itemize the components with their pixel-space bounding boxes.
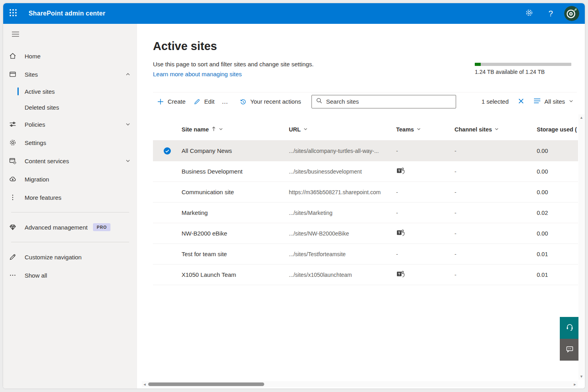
teams-cell: -: [396, 210, 455, 216]
more-commands-button[interactable]: …: [219, 95, 232, 108]
search-input[interactable]: [326, 98, 452, 105]
table-row[interactable]: Test for team site .../sites/Testforteam…: [153, 244, 578, 265]
create-label: Create: [168, 98, 186, 105]
sidebar-item-more-features[interactable]: More features: [3, 188, 137, 207]
account-avatar[interactable]: [564, 6, 579, 21]
app-title: SharePoint admin center: [29, 10, 105, 17]
more-commands-icon: …: [222, 98, 228, 105]
storage-bar-fill: [475, 63, 481, 66]
site-name-cell[interactable]: Business Development: [182, 168, 289, 175]
chevron-down-icon: [416, 126, 421, 133]
site-url-cell: .../sites/businessdevelopment: [289, 168, 396, 175]
collapse-nav-button[interactable]: [6, 27, 25, 43]
storage-used-cell: 0.00: [537, 230, 578, 237]
help-button[interactable]: ?: [543, 6, 559, 21]
search-box: [311, 95, 456, 108]
row-checkbox[interactable]: [153, 209, 182, 217]
vertical-scrollbar[interactable]: ▲ ▼: [578, 114, 584, 380]
table-row[interactable]: Marketing .../sites/Marketing - - 0.02: [153, 203, 578, 223]
table-row[interactable]: Business Development .../sites/businessd…: [153, 161, 578, 182]
channel-sites-cell: -: [455, 272, 537, 278]
scroll-down-arrow[interactable]: ▼: [578, 373, 584, 380]
site-name-cell[interactable]: X1050 Launch Team: [182, 271, 289, 278]
edit-button[interactable]: Edit: [190, 95, 219, 108]
sidebar-item-label: Content services: [25, 158, 69, 164]
column-header-url[interactable]: URL: [289, 126, 396, 133]
sidebar-item-advanced-management[interactable]: Advanced management PRO: [3, 218, 137, 236]
site-url-cell: .../sites/Marketing: [289, 210, 396, 216]
horizontal-scrollbar-thumb[interactable]: [148, 382, 264, 386]
site-url-cell: https://m365b508271.sharepoint.com: [289, 189, 396, 195]
site-name-cell[interactable]: Test for team site: [182, 251, 289, 257]
row-checkbox[interactable]: [153, 271, 182, 279]
settings-gear-button[interactable]: [521, 6, 537, 21]
sidebar-item-home[interactable]: Home: [3, 47, 137, 65]
sidebar-item-customize-navigation[interactable]: Customize navigation: [3, 248, 137, 266]
teams-cell: -: [396, 251, 455, 257]
teams-icon: [396, 229, 405, 237]
teams-cell: [396, 229, 455, 238]
column-header-channel-sites[interactable]: Channel sites: [455, 126, 537, 133]
scroll-left-arrow[interactable]: ◄: [142, 381, 147, 387]
sidebar-item-label: Show all: [25, 272, 47, 279]
hamburger-icon: [12, 31, 19, 39]
recent-actions-button[interactable]: Your recent actions: [236, 95, 305, 108]
sidebar-item-settings[interactable]: Settings: [3, 133, 137, 152]
column-header-storage-used[interactable]: Storage used (: [537, 126, 578, 133]
help-icon: ?: [548, 9, 553, 18]
site-url-cell: .../sites/allcompany-turtles-all-way-...: [289, 148, 396, 154]
divider: [11, 242, 129, 242]
learn-more-link[interactable]: Learn more about managing sites: [153, 71, 242, 77]
history-icon: [240, 98, 247, 105]
storage-bar: [475, 63, 571, 66]
sites-table: Site name URL: [153, 118, 578, 285]
row-checkbox[interactable]: [153, 168, 182, 176]
chevron-down-icon: [125, 158, 131, 164]
scroll-up-arrow[interactable]: ▲: [578, 114, 584, 121]
storage-label: 1.24 TB available of 1.24 TB: [475, 69, 571, 75]
sites-icon: [9, 70, 17, 78]
table-row[interactable]: All Company News .../sites/allcompany-tu…: [153, 141, 578, 161]
topbar: SharePoint admin center ?: [3, 3, 585, 24]
sidebar-item-policies[interactable]: Policies: [3, 115, 137, 133]
teams-cell: -: [396, 189, 455, 195]
row-checkbox[interactable]: [153, 188, 182, 196]
site-name-cell[interactable]: All Company News: [182, 147, 289, 154]
site-name-cell[interactable]: NW-B2000 eBike: [182, 230, 289, 237]
row-checkbox[interactable]: [153, 250, 182, 258]
site-name-cell[interactable]: Communication site: [182, 189, 289, 195]
site-url-cell: .../sites/Testforteamsite: [289, 251, 396, 257]
scroll-right-arrow[interactable]: ►: [572, 381, 578, 387]
help-support-button[interactable]: [560, 317, 580, 339]
clear-selection-button[interactable]: [515, 95, 527, 108]
headset-icon: [565, 323, 574, 333]
create-button[interactable]: Create: [153, 95, 190, 108]
edit-pencil-icon: [193, 98, 201, 105]
sidebar-item-sites[interactable]: Sites: [3, 65, 137, 83]
sidebar-item-show-all[interactable]: Show all: [3, 266, 137, 284]
content-services-icon: [9, 157, 17, 165]
plus-icon: [157, 98, 164, 105]
table-row[interactable]: Communication site https://m365b508271.s…: [153, 182, 578, 203]
site-name-cell[interactable]: Marketing: [182, 209, 289, 216]
app-launcher-button[interactable]: [3, 3, 23, 24]
recent-actions-label: Your recent actions: [250, 98, 301, 105]
sidebar-item-active-sites[interactable]: Active sites: [3, 83, 137, 99]
table-row[interactable]: X1050 Launch Team .../sites/x1050launcht…: [153, 265, 578, 285]
sidebar-item-content-services[interactable]: Content services: [3, 152, 137, 170]
feedback-button[interactable]: [560, 339, 580, 361]
sidebar-item-migration[interactable]: Migration: [3, 170, 137, 188]
search-icon: [316, 97, 323, 106]
column-header-site-name[interactable]: Site name: [182, 126, 289, 133]
table-row[interactable]: NW-B2000 eBike .../sites/NW-B2000eBike -…: [153, 223, 578, 244]
row-checkbox[interactable]: [153, 147, 182, 155]
view-filter-button[interactable]: All sites: [530, 95, 577, 108]
app-window: SharePoint admin center ?: [3, 3, 585, 388]
channel-sites-cell: -: [455, 230, 537, 237]
column-header-teams[interactable]: Teams: [396, 126, 455, 133]
sidebar-item-label: Customize navigation: [25, 254, 81, 261]
row-checkbox[interactable]: [153, 230, 182, 238]
teams-icon: [396, 270, 405, 278]
sidebar-item-deleted-sites[interactable]: Deleted sites: [3, 99, 137, 115]
horizontal-scrollbar[interactable]: ◄ ►: [142, 381, 578, 387]
